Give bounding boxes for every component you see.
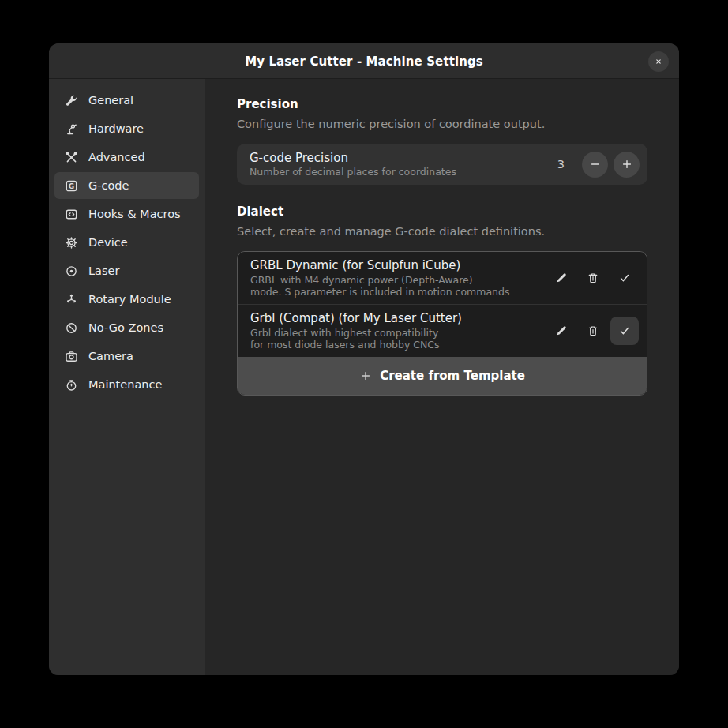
create-from-template-button[interactable]: Create from Template (238, 357, 647, 395)
dialect-row-subtitle-line2: mode. S parameter is included in motion … (250, 286, 544, 298)
check-icon (618, 325, 631, 337)
settings-content: Precision Configure the numeric precisio… (205, 79, 679, 675)
sidebar-item-advanced[interactable]: Advanced (54, 144, 199, 171)
precision-description: Configure the numeric precision of coord… (237, 117, 647, 131)
plus-icon (359, 370, 372, 382)
close-button[interactable] (648, 51, 669, 72)
window-title: My Laser Cutter - Machine Settings (245, 54, 483, 69)
trash-icon (587, 272, 599, 284)
sidebar-item-label: Hooks & Macros (88, 208, 181, 220)
select-dialect-button[interactable] (610, 264, 639, 292)
gcode-box-icon: G (65, 179, 78, 193)
sidebar-item-rotary-module[interactable]: Rotary Module (54, 286, 199, 313)
sidebar-item-maintenance[interactable]: Maintenance (54, 371, 199, 398)
dialect-row-subtitle-line1: Grbl dialect with highest compatibility (250, 327, 544, 339)
sidebar-item-hardware[interactable]: Hardware (54, 115, 199, 142)
dialect-row-subtitle-line2: for most diode lasers and hobby CNCs (250, 339, 544, 351)
pencil-icon (555, 272, 568, 284)
sidebar-item-device[interactable]: Device (54, 229, 199, 256)
sidebar-item-no-go-zones[interactable]: No-Go Zones (54, 314, 199, 341)
select-dialect-button[interactable] (610, 317, 639, 345)
sidebar-item-label: Laser (88, 265, 119, 277)
robot-arm-icon (65, 122, 78, 136)
precision-value[interactable]: 3 (557, 158, 565, 171)
sidebar-item-label: G-code (88, 179, 129, 192)
dialect-row-title: GRBL Dynamic (for Sculpfun iCube) (250, 258, 544, 273)
sidebar-item-label: No-Go Zones (88, 321, 163, 334)
decrement-button[interactable] (582, 152, 608, 178)
sidebar-item-label: Device (88, 236, 128, 249)
sidebar-item-camera[interactable]: Camera (54, 343, 199, 370)
camera-icon (65, 350, 78, 363)
dialect-row-texts: Grbl (Compat) (for My Laser Cutter) Grbl… (250, 311, 544, 351)
increment-button[interactable] (614, 152, 640, 178)
svg-text:G: G (69, 182, 74, 190)
dialect-row-grbl-compat: Grbl (Compat) (for My Laser Cutter) Grbl… (238, 304, 647, 357)
sidebar-item-label: Advanced (88, 151, 145, 163)
sidebar-item-label: Hardware (88, 122, 144, 135)
dialect-description: Select, create and manage G-code dialect… (237, 224, 647, 238)
no-entry-icon (65, 321, 78, 335)
dialect-list: GRBL Dynamic (for Sculpfun iCube) GRBL w… (237, 251, 647, 396)
sidebar-item-label: General (88, 94, 133, 107)
code-box-icon (65, 208, 78, 221)
edit-dialect-button[interactable] (547, 317, 576, 345)
create-from-template-label: Create from Template (380, 369, 525, 383)
dialect-row-subtitle-line1: GRBL with M4 dynamic power (Depth-Aware) (250, 274, 544, 286)
stopwatch-icon (65, 378, 78, 392)
trash-icon (587, 325, 599, 337)
gcode-precision-texts: G-code Precision Number of decimal place… (250, 151, 557, 178)
gcode-precision-subtitle: Number of decimal places for coordinates (250, 166, 557, 178)
plus-icon (621, 158, 633, 171)
dialect-row-grbl-dynamic: GRBL Dynamic (for Sculpfun iCube) GRBL w… (238, 252, 647, 304)
edit-dialect-button[interactable] (547, 264, 576, 292)
laser-target-icon (65, 265, 78, 278)
dialect-row-title: Grbl (Compat) (for My Laser Cutter) (250, 311, 544, 326)
delete-dialect-button[interactable] (579, 317, 607, 345)
sidebar-item-gcode[interactable]: G G-code (54, 172, 199, 199)
pencil-icon (555, 325, 568, 337)
close-icon (654, 57, 663, 66)
sidebar-item-hooks-macros[interactable]: Hooks & Macros (54, 201, 199, 227)
check-icon (618, 272, 631, 284)
gear-icon (65, 236, 78, 250)
minus-icon (589, 158, 602, 171)
crossed-tools-icon (65, 151, 78, 164)
titlebar: My Laser Cutter - Machine Settings (49, 43, 679, 79)
wrench-icon (65, 94, 78, 107)
sidebar-item-label: Rotary Module (88, 293, 171, 306)
sidebar-item-label: Camera (88, 350, 133, 362)
settings-window: My Laser Cutter - Machine Settings Gener… (49, 43, 679, 675)
delete-dialect-button[interactable] (579, 264, 607, 292)
sidebar-item-label: Maintenance (88, 378, 162, 391)
sidebar-item-laser[interactable]: Laser (54, 257, 199, 284)
sidebar: General Hardware Advanced G G-code Hooks… (49, 79, 205, 675)
rotary-axis-icon (65, 293, 78, 306)
gcode-precision-row: G-code Precision Number of decimal place… (237, 144, 647, 185)
gcode-precision-title: G-code Precision (250, 151, 557, 166)
precision-heading: Precision (237, 97, 647, 112)
sidebar-item-general[interactable]: General (54, 87, 199, 114)
window-body: General Hardware Advanced G G-code Hooks… (49, 79, 679, 675)
dialect-heading: Dialect (237, 205, 647, 220)
dialect-row-texts: GRBL Dynamic (for Sculpfun iCube) GRBL w… (250, 258, 544, 298)
